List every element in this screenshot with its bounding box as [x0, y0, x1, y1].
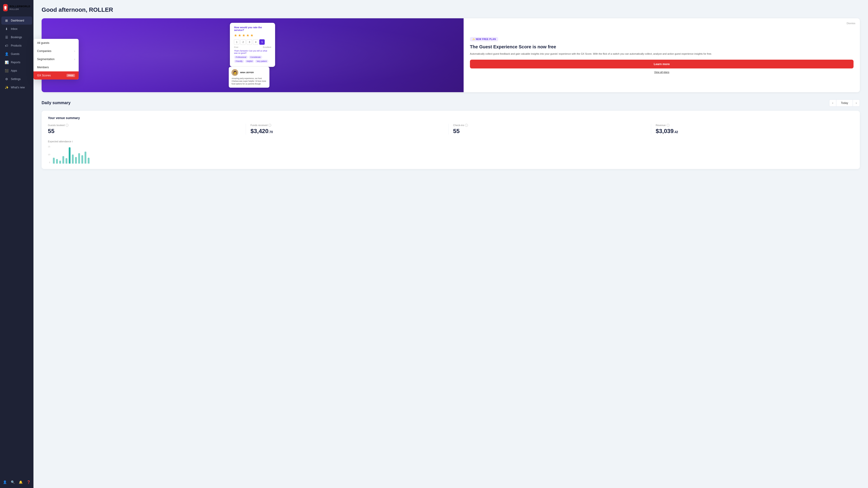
inbox-icon: ⬇	[4, 27, 8, 31]
metric-guests-booked: Guests booked i 55	[48, 124, 246, 135]
sidebar: ROLLERWORLD ROLLER ⊞ Dashboard ⬇ Inbox ☰…	[0, 0, 33, 488]
user-profile-icon[interactable]: 👤	[1, 479, 8, 486]
promo-right: Dismiss ✨ NEW FREE PLAN The Guest Experi…	[464, 18, 860, 92]
tag-friendly[interactable]: Friendly	[234, 60, 244, 63]
dropdown-item-segmentation[interactable]: Segmentation ›	[33, 55, 79, 63]
dropdown-item-gx-scores[interactable]: GX Scores FREE	[33, 71, 79, 79]
daily-summary-title: Daily summary	[41, 101, 70, 105]
logo-text: ROLLERWORLD ROLLER	[9, 5, 30, 10]
guests-booked-info-icon[interactable]: i	[66, 124, 68, 127]
dismiss-button[interactable]: Dismiss	[847, 22, 856, 25]
sidebar-item-inbox[interactable]: ⬇ Inbox	[1, 25, 32, 33]
help-icon[interactable]: ❓	[25, 479, 32, 486]
revenue-info-icon[interactable]: i	[666, 124, 670, 127]
sidebar-item-dashboard[interactable]: ⊞ Dashboard	[1, 17, 32, 25]
whats-new-icon: ✨	[4, 86, 8, 89]
chart-bar	[81, 155, 83, 164]
dropdown-item-members[interactable]: Members	[33, 63, 79, 71]
metric-funds-received: Funds received i $3,420.70	[246, 124, 448, 135]
guests-booked-label: Guests booked i	[48, 124, 241, 127]
dropdown-item-companies[interactable]: Companies ›	[33, 47, 79, 55]
expected-attendance-label: Expected attendance i	[48, 140, 854, 143]
sidebar-bottom: 👤 🔍 🔔 ❓	[0, 476, 33, 488]
rating-btn-5[interactable]: 5	[259, 39, 265, 45]
rating-btn-3[interactable]: 3	[247, 39, 252, 45]
rating-btn-2[interactable]: 2	[240, 39, 246, 45]
notifications-icon[interactable]: 🔔	[17, 479, 24, 486]
rating-btn-1[interactable]: 1	[234, 39, 239, 45]
logo-area[interactable]: ROLLERWORLD ROLLER	[0, 0, 33, 15]
metrics-row: Guests booked i 55 Funds received i $3,4…	[48, 124, 854, 135]
guests-booked-value: 55	[48, 128, 241, 135]
venue-summary-title: Your venue summary	[48, 116, 854, 120]
review-card: 👩 MINH JEFFER Amazing party experience, …	[229, 67, 270, 88]
chart-bar	[85, 152, 86, 163]
chart-bar	[72, 155, 74, 163]
revenue-label: Revenue i	[656, 124, 849, 127]
view-all-plans-link[interactable]: View all plans	[470, 71, 854, 73]
chart-bar	[59, 161, 61, 164]
tag-considerate[interactable]: Considerate	[249, 56, 262, 59]
sidebar-item-whats-new[interactable]: ✨ What's new	[1, 84, 32, 92]
rating-btn-4[interactable]: 4	[253, 39, 258, 45]
next-date-button[interactable]: ›	[852, 99, 860, 107]
funds-received-label: Funds received i	[250, 124, 444, 127]
funds-received-info-icon[interactable]: i	[268, 124, 271, 127]
reviewer-row: 👩 MINH JEFFER	[231, 69, 267, 76]
main-content: Good afternoon, ROLLER How would you rat…	[33, 0, 868, 488]
tag-professional[interactable]: Professional	[234, 56, 248, 59]
metric-check-ins: Check-ins i 55	[448, 124, 651, 135]
logo-icon	[3, 4, 8, 11]
chart-bar	[56, 159, 58, 164]
date-navigator: ‹ Today ›	[829, 99, 860, 107]
chart-y-labels: 15 10 5	[48, 145, 52, 164]
settings-icon: ⚙	[4, 77, 8, 81]
promo-visual: How would you rate the service? ★ ★ ★ ★ …	[41, 18, 464, 92]
bookings-icon: ☰	[4, 35, 8, 39]
survey-box: How would you rate the service? ★ ★ ★ ★ …	[230, 23, 275, 67]
star-1: ★	[234, 33, 237, 37]
search-icon[interactable]: 🔍	[9, 479, 16, 486]
dashboard-icon: ⊞	[4, 19, 8, 22]
promo-desc: Automatically collect guest feedback and…	[470, 52, 854, 56]
star-row: ★ ★ ★ ★ ★	[234, 33, 271, 37]
check-ins-label: Check-ins i	[453, 124, 647, 127]
tag-patient[interactable]: Very patient	[255, 60, 268, 63]
feedback-label: Poor Excellent	[234, 46, 271, 48]
chart-bar	[69, 147, 70, 164]
sidebar-nav: ⊞ Dashboard ⬇ Inbox ☰ Bookings 🏷 Product…	[0, 15, 33, 476]
promo-badge: ✨ NEW FREE PLAN	[470, 37, 498, 41]
sidebar-item-bookings[interactable]: ☰ Bookings	[1, 33, 32, 41]
check-ins-value: 55	[453, 128, 647, 135]
sidebar-item-guests[interactable]: 👤 Guests	[1, 50, 32, 58]
current-date-label: Today	[836, 99, 852, 107]
guests-dropdown-menu: All guests Companies › Segmentation › Me…	[33, 39, 79, 79]
guests-icon: 👤	[4, 52, 8, 56]
sidebar-item-reports[interactable]: 📊 Reports	[1, 58, 32, 66]
expected-attendance-info-icon[interactable]: i	[72, 140, 72, 143]
survey-widget: How would you rate the service? ★ ★ ★ ★ …	[225, 18, 280, 92]
star-4: ★	[246, 33, 249, 37]
chart-wrapper: 15 10 5	[48, 145, 854, 164]
prev-date-button[interactable]: ‹	[829, 99, 836, 107]
star-3: ★	[242, 33, 245, 37]
tag-helpful[interactable]: Helpful	[245, 60, 254, 63]
chart-bar	[78, 153, 80, 164]
sidebar-item-products[interactable]: 🏷 Products	[1, 41, 32, 50]
sidebar-item-apps[interactable]: ⬛ Apps	[1, 67, 32, 75]
feedback-text: That's fantastic! Can you tell us what w…	[234, 50, 271, 54]
dropdown-item-all-guests[interactable]: All guests	[33, 39, 79, 47]
star-5: ★	[250, 33, 253, 37]
chart-bar	[66, 158, 67, 164]
check-ins-info-icon[interactable]: i	[465, 124, 468, 127]
sidebar-item-settings[interactable]: ⚙ Settings	[1, 75, 32, 83]
chart-bar	[62, 156, 64, 164]
venue-summary-card: Your venue summary Guests booked i 55 Fu…	[41, 111, 860, 169]
tag-row: Professional Considerate Friendly Helpfu…	[234, 56, 271, 63]
revenue-value: $3,039.42	[656, 128, 849, 135]
funds-received-value: $3,420.70	[250, 128, 444, 135]
greeting-text: Good afternoon, ROLLER	[41, 6, 860, 13]
star-2: ★	[238, 33, 241, 37]
learn-more-button[interactable]: Learn more	[470, 60, 854, 68]
chart-bar	[88, 158, 90, 164]
